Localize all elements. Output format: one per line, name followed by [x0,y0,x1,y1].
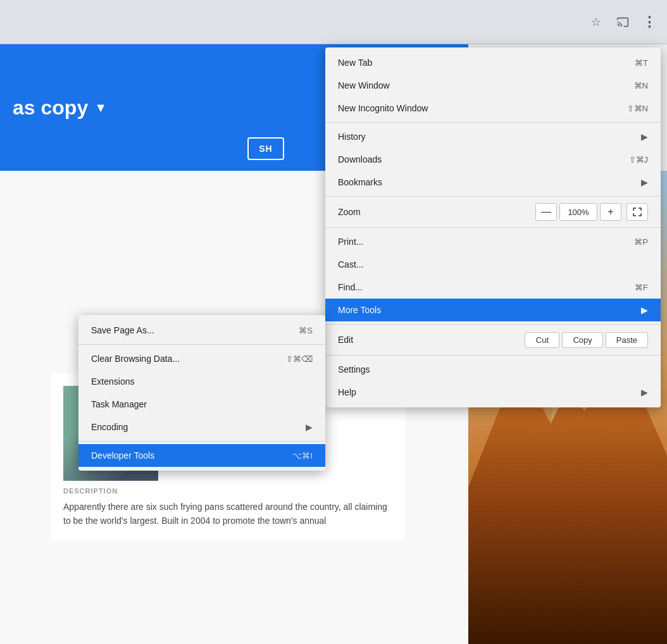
menu-item-new-tab[interactable]: New Tab ⌘T [325,51,661,74]
submenu-item-extensions[interactable]: Extensions [78,370,325,393]
zoom-value-display: 100% [559,203,597,221]
submenu-item-clear-data[interactable]: Clear Browsing Data... ⇧⌘⌫ [78,347,325,370]
show-button-area: SH [228,133,304,164]
separator-4 [325,324,661,325]
history-arrow-icon: ▶ [641,132,648,142]
edit-buttons: Cut Copy Paste [525,332,648,348]
menu-item-print-label: Print... [338,237,363,247]
menu-item-incognito[interactable]: New Incognito Window ⇧⌘N [325,97,661,120]
header-dropdown-arrow: ▼ [94,101,107,115]
zoom-row: Zoom — 100% + [325,199,661,225]
submenu-clear-data-shortcut: ⇧⌘⌫ [286,354,313,364]
edit-label: Edit [338,335,353,345]
menu-item-find-label: Find... [338,282,363,292]
zoom-label: Zoom [338,207,361,217]
separator-2 [325,196,661,197]
menu-item-find[interactable]: Find... ⌘F [325,276,661,299]
menu-item-more-tools-label: More Tools [338,305,381,315]
header-title-text: as copy [13,96,88,120]
help-arrow-icon: ▶ [641,387,648,397]
menu-item-help-label: Help [338,387,356,397]
bookmark-icon[interactable]: ☆ [585,11,608,34]
menu-item-downloads-shortcut: ⇧⌘J [629,155,649,164]
submenu-item-task-manager[interactable]: Task Manager [78,393,325,416]
menu-item-help[interactable]: Help ▶ [325,381,661,404]
menu-item-more-tools[interactable]: More Tools ▶ [325,299,661,321]
zoom-minus-button[interactable]: — [535,203,557,221]
menu-item-history-label: History [338,132,366,142]
submenu-save-page-shortcut: ⌘S [299,326,313,335]
separator-1 [325,122,661,123]
submenu-item-save-page[interactable]: Save Page As... ⌘S [78,319,325,342]
menu-item-new-window-shortcut: ⌘N [634,81,648,90]
description-label: DESCRIPTION [63,481,392,495]
menu-item-new-window[interactable]: New Window ⌘N [325,74,661,97]
page-title: as copy ▼ [13,96,107,120]
submenu-clear-data-label: Clear Browsing Data... [91,354,180,364]
submenu-encoding-label: Encoding [91,422,128,432]
separator-5 [325,355,661,356]
menu-item-new-tab-shortcut: ⌘T [635,58,648,68]
zoom-plus-button[interactable]: + [600,203,621,221]
menu-item-new-window-label: New Window [338,80,390,90]
menu-item-cast[interactable]: Cast... [325,253,661,276]
submenu-save-page-label: Save Page As... [91,325,154,335]
submenu-item-encoding[interactable]: Encoding ▶ [78,416,325,438]
fullscreen-button[interactable] [626,203,648,221]
encoding-arrow-icon: ▶ [306,422,313,432]
menu-item-downloads-label: Downloads [338,154,382,164]
more-menu-icon[interactable]: ⋮ [638,11,661,34]
menu-item-history[interactable]: History ▶ [325,125,661,148]
menu-item-incognito-label: New Incognito Window [338,103,428,113]
menu-item-print-shortcut: ⌘P [634,237,648,247]
copy-button[interactable]: Copy [562,332,602,348]
edit-row: Edit Cut Copy Paste [325,327,661,352]
sub-separator-1 [78,344,325,345]
paste-button[interactable]: Paste [606,332,648,348]
menu-item-bookmarks[interactable]: Bookmarks ▶ [325,171,661,194]
description-text: Apparently there are six such frying pan… [63,500,392,528]
chrome-menu: New Tab ⌘T New Window ⌘N New Incognito W… [325,47,661,407]
cut-button[interactable]: Cut [525,332,559,348]
menu-item-downloads[interactable]: Downloads ⇧⌘J [325,148,661,171]
show-button[interactable]: SH [247,137,284,160]
zoom-controls: — 100% + [535,203,648,221]
browser-chrome: ☆ ⋮ [0,0,667,44]
submenu-devtools-shortcut: ⌥⌘I [292,451,313,461]
menu-item-bookmarks-label: Bookmarks [338,177,382,187]
submenu-extensions-label: Extensions [91,376,134,387]
menu-item-new-tab-label: New Tab [338,58,372,68]
menu-item-print[interactable]: Print... ⌘P [325,230,661,253]
sub-separator-2 [78,441,325,442]
more-tools-submenu: Save Page As... ⌘S Clear Browsing Data..… [78,315,325,471]
menu-item-cast-label: Cast... [338,259,363,269]
submenu-item-devtools[interactable]: Developer Tools ⌥⌘I [78,444,325,467]
menu-item-settings[interactable]: Settings [325,358,661,381]
menu-item-find-shortcut: ⌘F [635,283,648,292]
separator-3 [325,227,661,228]
submenu-task-manager-label: Task Manager [91,399,147,409]
submenu-devtools-label: Developer Tools [91,450,154,461]
bookmarks-arrow-icon: ▶ [641,177,648,187]
menu-item-incognito-shortcut: ⇧⌘N [627,104,648,113]
more-tools-arrow-icon: ▶ [641,305,648,315]
menu-item-settings-label: Settings [338,364,370,375]
cast-icon[interactable] [611,11,634,34]
